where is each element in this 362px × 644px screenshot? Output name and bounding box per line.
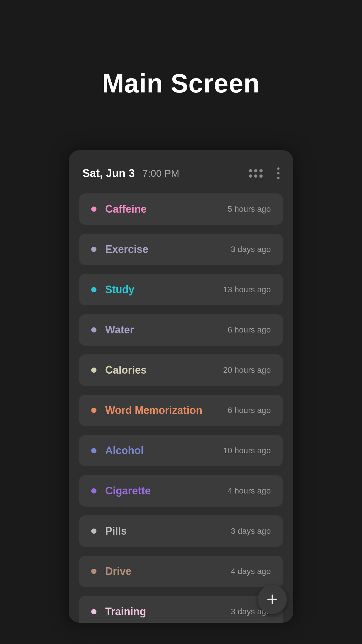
item-label: Calories bbox=[105, 364, 147, 376]
color-dot-icon bbox=[91, 408, 96, 413]
plus-icon bbox=[266, 593, 279, 606]
color-dot-icon bbox=[91, 327, 96, 332]
item-time: 6 hours ago bbox=[228, 406, 271, 415]
item-label: Drive bbox=[105, 565, 131, 578]
color-dot-icon bbox=[91, 206, 96, 212]
more-vertical-icon[interactable] bbox=[277, 167, 280, 179]
item-label: Water bbox=[105, 324, 134, 336]
list-item[interactable]: Exercise3 days ago bbox=[79, 234, 283, 265]
item-label: Training bbox=[105, 606, 146, 618]
item-label: Pills bbox=[105, 525, 127, 537]
color-dot-icon bbox=[91, 528, 96, 534]
color-dot-icon bbox=[91, 609, 96, 614]
item-time: 6 hours ago bbox=[228, 325, 271, 335]
list-item[interactable]: Alcohol10 hours ago bbox=[79, 435, 283, 466]
color-dot-icon bbox=[91, 488, 96, 494]
add-button[interactable] bbox=[258, 585, 287, 614]
item-time: 4 hours ago bbox=[228, 486, 271, 496]
item-time: 20 hours ago bbox=[223, 365, 271, 375]
item-time: 5 hours ago bbox=[228, 204, 271, 214]
list-item[interactable]: Water6 hours ago bbox=[79, 314, 283, 346]
list-item[interactable]: Training3 days ago bbox=[79, 596, 283, 623]
list-item[interactable]: Calories20 hours ago bbox=[79, 354, 283, 386]
list-item[interactable]: Drive4 days ago bbox=[79, 556, 283, 587]
color-dot-icon bbox=[91, 368, 96, 373]
color-dot-icon bbox=[91, 287, 96, 292]
list-item[interactable]: Word Memorization6 hours ago bbox=[79, 395, 283, 426]
item-time: 10 hours ago bbox=[223, 446, 271, 455]
list-item[interactable]: Study13 hours ago bbox=[79, 274, 283, 305]
time-text: 7:00 PM bbox=[143, 168, 180, 179]
color-dot-icon bbox=[91, 569, 96, 574]
habit-list: Caffeine5 hours agoExercise3 days agoStu… bbox=[79, 193, 283, 623]
item-label: Exercise bbox=[105, 243, 148, 256]
item-time: 3 days ago bbox=[231, 245, 271, 254]
list-item[interactable]: Caffeine5 hours ago bbox=[79, 193, 283, 225]
page-title: Main Screen bbox=[102, 69, 260, 99]
main-card: Sat, Jun 3 7:00 PM Caffeine5 hours agoEx… bbox=[69, 150, 293, 623]
header-icons bbox=[249, 167, 280, 179]
item-label: Word Memorization bbox=[105, 404, 202, 416]
item-label: Alcohol bbox=[105, 444, 144, 457]
item-time: 4 days ago bbox=[231, 567, 271, 576]
item-label: Cigarette bbox=[105, 485, 151, 497]
date-text: Sat, Jun 3 bbox=[82, 167, 135, 180]
item-label: Study bbox=[105, 284, 134, 296]
item-label: Caffeine bbox=[105, 203, 147, 215]
color-dot-icon bbox=[91, 247, 96, 252]
grid-view-icon[interactable] bbox=[249, 169, 263, 178]
list-item[interactable]: Pills3 days ago bbox=[79, 515, 283, 547]
list-item[interactable]: Cigarette4 hours ago bbox=[79, 475, 283, 507]
item-time: 13 hours ago bbox=[223, 285, 271, 294]
card-header: Sat, Jun 3 7:00 PM bbox=[79, 162, 283, 185]
item-time: 3 days ago bbox=[231, 526, 271, 536]
color-dot-icon bbox=[91, 448, 96, 453]
